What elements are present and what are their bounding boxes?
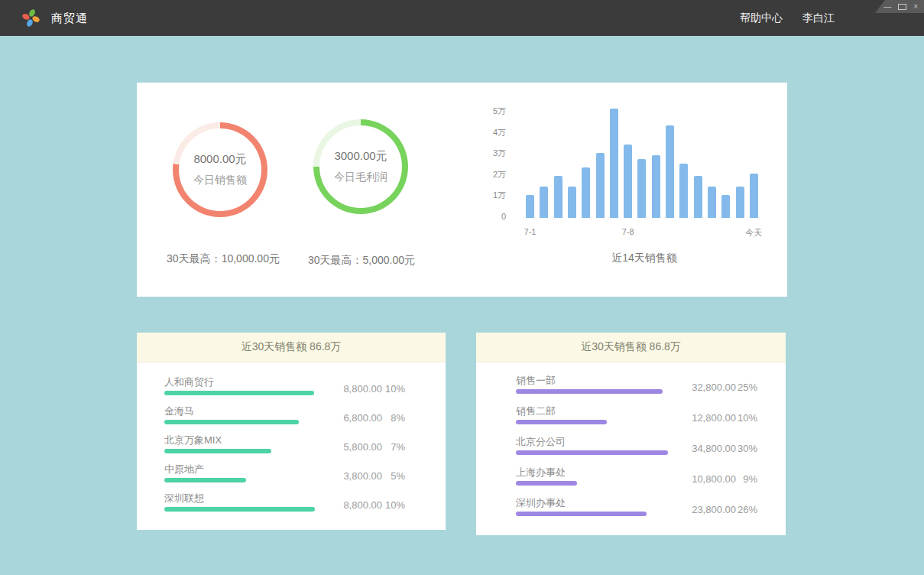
donut-center: 3000.00元 今日毛利润 (319, 125, 402, 208)
bar (540, 187, 548, 218)
customer-rank-list: 人和商贸行8,800.0010%金海马6,800.008%北京万象MIX5,80… (137, 362, 446, 512)
y-tick-label: 2万 (473, 168, 506, 180)
rank-item-amount: 32,800.00 (667, 382, 736, 394)
bar (721, 195, 730, 218)
y-tick-label: 5万 (473, 105, 506, 117)
bar (708, 187, 716, 218)
x-tick-label: 7-1 (500, 227, 561, 236)
rank-item-amount: 6,800.00 (313, 412, 382, 424)
logo-petal (21, 13, 31, 21)
rank-item-amount: 5,800.00 (313, 441, 382, 453)
bar (568, 187, 576, 218)
y-tick-label: 0 (473, 210, 506, 223)
rank-row: 深圳办事处23,800.0026% (516, 497, 786, 516)
bar (736, 187, 744, 218)
rank-item-amount: 3,800.00 (313, 470, 382, 482)
rank-item-values: 8,800.0010% (313, 499, 405, 512)
window-controls: —× (875, 0, 924, 13)
title-bar: 商贸通 帮助中心 李白江 —× (0, 0, 924, 36)
logo-petal (26, 18, 34, 28)
rank-row: 上海办事处10,800.009% (516, 466, 786, 486)
x-axis-labels: 7-17-8今天 (526, 227, 763, 239)
today-profit-donut-chart: 3000.00元 今日毛利润 (313, 119, 408, 214)
rank-row: 金海马6,800.008% (164, 405, 446, 424)
rank-item-amount: 10,800.00 (667, 473, 736, 486)
rank-item-bar (516, 420, 607, 424)
x-tick-label: 今天 (723, 227, 784, 239)
minimize-icon[interactable]: — (883, 3, 891, 11)
rank-row: 人和商贸行8,800.0010% (164, 376, 446, 395)
department-rank-header: 近30天销售额 86.8万 (476, 333, 786, 362)
rank-item-values: 5,800.007% (313, 441, 405, 453)
rank-item-percent: 25% (736, 382, 757, 394)
bar (554, 176, 563, 218)
app-logo-pinwheel-icon (21, 8, 41, 28)
rank-item-bar (164, 420, 299, 424)
rank-item-amount: 23,800.00 (667, 504, 736, 516)
bar (679, 164, 688, 219)
y-axis-ticks: 5万4万3万2万1万0 (473, 83, 506, 236)
help-center-link[interactable]: 帮助中心 (740, 11, 783, 25)
titlebar-menu: 帮助中心 李白江 (740, 0, 835, 36)
close-icon[interactable]: × (913, 3, 918, 11)
rank-row: 北京万象MIX5,800.007% (164, 434, 446, 453)
today-overview-card: 8000.00元 今日销售额 30天最高：10,000.00元 3000.00元… (137, 83, 787, 297)
maximize-icon[interactable] (898, 4, 906, 10)
logo-petal (31, 15, 41, 24)
current-user-menu[interactable]: 李白江 (802, 11, 835, 25)
rank-row: 中原地产3,800.005% (164, 463, 446, 482)
today-sales-value: 8000.00元 (193, 152, 246, 167)
rank-row: 销售一部32,800.0025% (516, 375, 786, 394)
customer-rank-card: 近30天销售额 86.8万 人和商贸行8,800.0010%金海马6,800.0… (137, 333, 446, 530)
logo-petal (28, 8, 37, 18)
today-profit-value: 3000.00元 (334, 149, 387, 164)
rank-item-bar (516, 389, 663, 394)
rank-item-bar (164, 449, 271, 453)
rank-item-percent: 7% (382, 441, 405, 453)
app-window: 商贸通 帮助中心 李白江 —× 8000.00元 今日销售额 30天最高：10,… (0, 0, 924, 575)
rank-item-percent: 5% (382, 470, 405, 482)
customer-rank-header: 近30天销售额 86.8万 (137, 333, 446, 362)
rank-row: 销售二部12,800.0010% (516, 405, 786, 424)
donut-center: 8000.00元 今日销售额 (179, 128, 261, 211)
rank-item-percent: 8% (382, 412, 405, 424)
bar (526, 195, 534, 218)
rank-item-amount: 34,800.00 (667, 443, 736, 455)
bar (610, 109, 618, 218)
rank-item-percent: 10% (736, 412, 757, 424)
sales-14day-bar-chart (526, 109, 763, 218)
rank-item-values: 23,800.0026% (667, 504, 757, 516)
rank-item-values: 10,800.009% (667, 473, 757, 486)
department-rank-card: 近30天销售额 86.8万 销售一部32,800.0025%销售二部12,800… (476, 333, 786, 535)
rank-row: 北京分公司34,800.0030% (516, 436, 786, 455)
today-sales-label: 今日销售额 (193, 174, 247, 187)
today-profit-label: 今日毛利润 (334, 171, 387, 184)
rank-item-values: 3,800.005% (313, 470, 405, 482)
bar (582, 167, 590, 218)
bar (750, 174, 758, 218)
rank-item-amount: 12,800.00 (667, 412, 736, 424)
rank-item-values: 32,800.0025% (667, 382, 757, 394)
rank-item-bar (516, 450, 668, 455)
customer-rank-title: 近30天销售额 86.8万 (242, 340, 342, 354)
y-tick-label: 3万 (473, 147, 506, 159)
rank-item-bar (516, 512, 647, 516)
rank-row: 深圳联想8,800.0010% (164, 492, 446, 512)
y-tick-label: 4万 (473, 126, 506, 138)
bar (694, 176, 702, 218)
app-title: 商贸通 (51, 0, 88, 36)
x-tick-label: 7-8 (598, 227, 659, 236)
bar (637, 159, 646, 218)
rank-item-amount: 8,800.00 (313, 499, 382, 512)
rank-item-percent: 30% (736, 443, 757, 455)
rank-item-amount: 8,800.00 (313, 383, 382, 395)
rank-item-percent: 10% (382, 383, 405, 395)
rank-item-percent: 10% (382, 499, 405, 512)
bar (652, 155, 660, 219)
bar (666, 125, 674, 218)
rank-item-values: 8,800.0010% (313, 383, 405, 395)
rank-item-bar (164, 478, 246, 482)
rank-item-bar (164, 391, 314, 395)
bar (624, 145, 632, 218)
bar-chart-title: 近14天销售额 (526, 252, 763, 265)
